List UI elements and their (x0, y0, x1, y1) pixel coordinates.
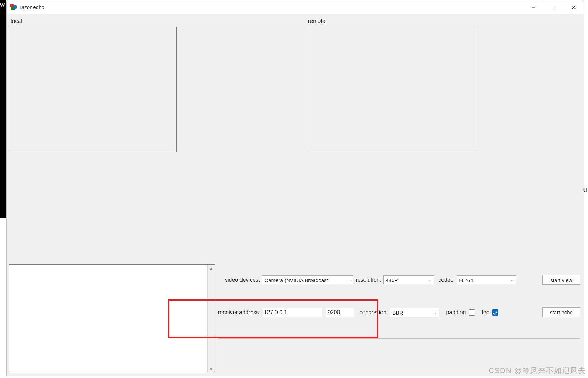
scroll-up-icon[interactable]: ▲ (209, 265, 213, 272)
start-view-button[interactable]: start view (542, 275, 580, 285)
video-devices-label: video devices: (225, 277, 260, 283)
app-icon (10, 4, 17, 11)
minimize-button[interactable] (524, 0, 544, 14)
codec-value: H.264 (459, 277, 473, 283)
fec-checkbox[interactable] (492, 309, 498, 316)
app-window: razor echo local remote ▲ ▼ vid (6, 0, 584, 376)
close-icon (572, 5, 576, 9)
background-window-edge (0, 0, 6, 218)
watermark: CSDN @等风来不如迎风去 (489, 366, 586, 376)
local-video-panel (9, 27, 177, 152)
congestion-value: BBR (393, 310, 403, 316)
log-scrollbar[interactable]: ▲ ▼ (207, 265, 215, 373)
minimize-icon (532, 5, 536, 9)
resolution-label: resolution: (356, 277, 381, 283)
settings-row-1: video devices: Camera (NVIDIA Broadcast … (225, 275, 516, 284)
resolution-value: 480P (386, 277, 398, 283)
chevron-down-icon: ⌄ (348, 278, 351, 282)
receiver-ip-input[interactable] (263, 308, 322, 317)
congestion-label: congestion: (360, 309, 388, 316)
padding-label: padding (446, 309, 466, 316)
client-area: local remote ▲ ▼ video devices: Camera (… (7, 14, 584, 376)
svg-rect-1 (552, 6, 555, 9)
titlebar[interactable]: razor echo (7, 0, 584, 14)
chevron-down-icon: ⌄ (429, 278, 432, 282)
receiver-address-label: receiver address: (218, 309, 261, 316)
receiver-port-input[interactable] (326, 308, 354, 317)
congestion-select[interactable]: BBR ⌄ (390, 308, 439, 317)
fec-label: fec (482, 309, 489, 316)
log-listbox-content (9, 265, 207, 373)
codec-label: codec: (438, 277, 455, 283)
codec-select[interactable]: H.264 ⌄ (457, 275, 516, 284)
log-listbox[interactable]: ▲ ▼ (9, 264, 215, 373)
settings-row-2: receiver address: congestion: BBR ⌄ padd… (218, 308, 498, 317)
chevron-down-icon: ⌄ (434, 310, 437, 315)
stray-char-right: U (583, 187, 587, 193)
maximize-button[interactable] (544, 0, 564, 14)
maximize-icon (552, 5, 556, 9)
padding-checkbox[interactable] (469, 309, 475, 316)
start-echo-button[interactable]: start echo (542, 307, 580, 317)
close-button[interactable] (564, 0, 584, 14)
chevron-down-icon: ⌄ (511, 278, 514, 282)
window-controls (524, 0, 584, 14)
local-video-label: local (11, 18, 22, 24)
resolution-select[interactable]: 480P ⌄ (383, 275, 434, 284)
padding-checkbox-group: padding (446, 309, 475, 316)
stray-char-left: W (0, 2, 5, 8)
video-device-select[interactable]: Camera (NVIDIA Broadcast ⌄ (262, 275, 353, 284)
fec-checkbox-group: fec (482, 309, 498, 316)
video-device-value: Camera (NVIDIA Broadcast (264, 277, 328, 283)
window-title: razor echo (20, 4, 44, 10)
remote-video-panel (308, 27, 476, 152)
remote-video-label: remote (308, 18, 325, 24)
scroll-down-icon[interactable]: ▼ (209, 366, 213, 373)
